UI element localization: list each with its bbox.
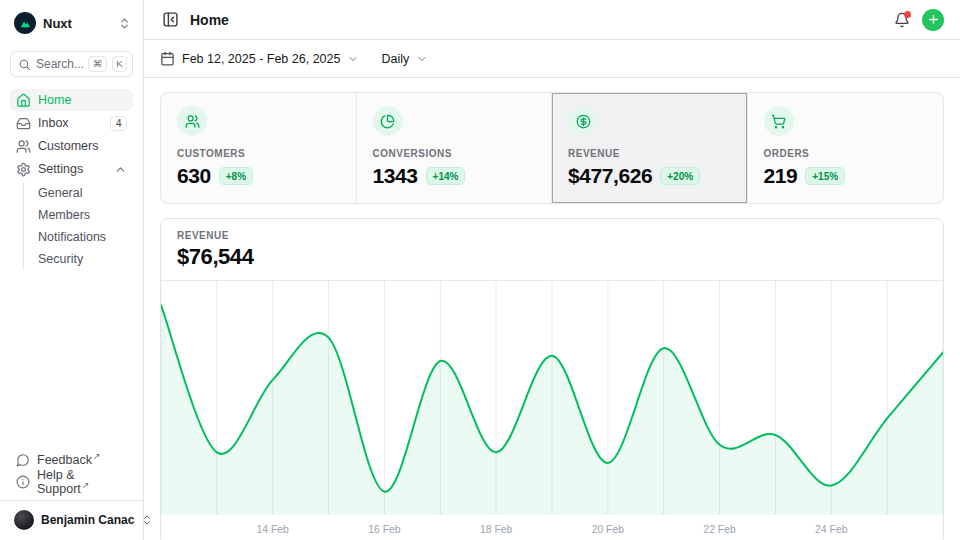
chevron-up-icon	[114, 163, 127, 176]
svg-text:18 Feb: 18 Feb	[480, 524, 513, 535]
notifications-button[interactable]	[894, 12, 910, 28]
feedback-label: Feedback↗	[37, 453, 100, 467]
sidebar-item-customers[interactable]: Customers	[10, 135, 133, 157]
add-button[interactable]	[922, 9, 944, 31]
calendar-icon	[160, 51, 175, 66]
stat-card-conversions[interactable]: CONVERSIONS 1343 +14%	[357, 93, 553, 203]
svg-text:16 Feb: 16 Feb	[368, 524, 401, 535]
settings-submenu: General Members Notifications Security	[23, 182, 133, 270]
inbox-icon	[16, 116, 31, 131]
svg-text:22 Feb: 22 Feb	[703, 524, 736, 535]
sidebar-item-settings[interactable]: Settings	[10, 158, 133, 180]
date-range-picker[interactable]: Feb 12, 2025 - Feb 26, 2025	[160, 51, 359, 66]
chevrons-up-down-icon	[118, 17, 131, 30]
search-field[interactable]: ⌘ K	[10, 51, 133, 77]
sidebar-collapse-button[interactable]	[160, 9, 181, 30]
inbox-count-badge: 4	[110, 116, 127, 131]
chevron-down-icon	[347, 53, 359, 65]
nuxt-logo-icon	[14, 12, 36, 34]
sidebar-item-label: Settings	[38, 162, 83, 176]
avatar	[14, 510, 34, 530]
page-title: Home	[190, 12, 229, 28]
kbd-command: ⌘	[88, 56, 107, 73]
help-support-label: Help & Support↗	[37, 468, 127, 496]
stat-change-badge: +15%	[805, 167, 845, 185]
granularity-value: Daily	[381, 52, 409, 66]
content: CUSTOMERS 630 +8% CONVERSIONS 1343 +14%	[144, 78, 960, 540]
message-bubble-icon	[16, 453, 30, 467]
top-header: Home	[144, 0, 960, 40]
plus-icon	[927, 13, 940, 26]
users-icon	[16, 139, 31, 154]
user-menu[interactable]: Benjamin Canac	[10, 508, 133, 532]
sidebar-item-label: Customers	[38, 139, 98, 153]
date-range-value: Feb 12, 2025 - Feb 26, 2025	[182, 52, 340, 66]
workspace-name: Nuxt	[43, 16, 111, 31]
stat-change-badge: +8%	[219, 167, 253, 185]
kbd-k: K	[112, 56, 127, 73]
stat-card-orders[interactable]: ORDERS 219 +15%	[748, 93, 944, 203]
svg-text:20 Feb: 20 Feb	[592, 524, 625, 535]
dashboard-app: Nuxt ⌘ K Home Inb	[0, 0, 960, 540]
search-input[interactable]	[36, 57, 83, 71]
filter-toolbar: Feb 12, 2025 - Feb 26, 2025 Daily	[144, 40, 960, 78]
workspace-switcher[interactable]: Nuxt	[10, 10, 133, 36]
stat-value: 219	[764, 164, 798, 188]
stat-change-badge: +14%	[426, 167, 466, 185]
svg-text:24 Feb: 24 Feb	[815, 524, 848, 535]
search-icon	[18, 58, 31, 71]
sidebar-nav: Home Inbox 4 Customers Settings	[10, 89, 133, 272]
stat-value: 1343	[373, 164, 418, 188]
sidebar-item-home[interactable]: Home	[10, 89, 133, 111]
chevron-down-icon	[416, 53, 428, 65]
sidebar-item-label: Home	[38, 93, 71, 107]
chart-metric-value: $76,544	[177, 244, 927, 270]
stat-label: REVENUE	[568, 148, 731, 159]
sidebar-user-section: Benjamin Canac	[0, 500, 143, 534]
sidebar-subitem-members[interactable]: Members	[24, 204, 133, 226]
sidebar-item-inbox[interactable]: Inbox 4	[10, 112, 133, 134]
sidebar-item-label: Inbox	[38, 116, 69, 130]
stat-value: $477,626	[568, 164, 652, 188]
info-circle-icon	[16, 475, 30, 489]
sidebar: Nuxt ⌘ K Home Inb	[0, 0, 144, 540]
stat-card-revenue[interactable]: REVENUE $477,626 +20%	[552, 93, 748, 203]
home-icon	[16, 93, 31, 108]
main-area: Home Fe	[144, 0, 960, 540]
external-link-arrow: ↗	[82, 480, 90, 490]
shopping-cart-icon	[764, 106, 794, 136]
external-link-arrow: ↗	[93, 451, 101, 461]
gear-icon	[16, 162, 31, 177]
chart-header: REVENUE $76,544	[161, 219, 943, 281]
stat-card-customers[interactable]: CUSTOMERS 630 +8%	[161, 93, 357, 203]
revenue-area-chart[interactable]: 14 Feb16 Feb18 Feb20 Feb22 Feb24 Feb	[161, 281, 943, 540]
pie-chart-icon	[373, 106, 403, 136]
stat-value: 630	[177, 164, 211, 188]
stat-change-badge: +20%	[660, 167, 700, 185]
users-icon	[177, 106, 207, 136]
dollar-circle-icon	[568, 106, 598, 136]
revenue-chart-card: REVENUE $76,544 14 Feb16 Feb18 Feb20 Feb…	[160, 218, 944, 540]
stat-label: CONVERSIONS	[373, 148, 536, 159]
stat-label: CUSTOMERS	[177, 148, 340, 159]
panel-left-close-icon	[162, 11, 179, 28]
svg-text:14 Feb: 14 Feb	[257, 524, 290, 535]
help-support-link[interactable]: Help & Support↗	[10, 471, 133, 493]
stats-panel: CUSTOMERS 630 +8% CONVERSIONS 1343 +14%	[160, 92, 944, 204]
sidebar-subitem-notifications[interactable]: Notifications	[24, 226, 133, 248]
granularity-select[interactable]: Daily	[381, 52, 428, 66]
stat-label: ORDERS	[764, 148, 928, 159]
sidebar-subitem-general[interactable]: General	[24, 182, 133, 204]
notification-dot	[904, 11, 911, 18]
chart-metric-label: REVENUE	[177, 230, 927, 241]
sidebar-subitem-security[interactable]: Security	[24, 248, 133, 270]
user-name: Benjamin Canac	[41, 513, 134, 527]
sidebar-footer: Feedback↗ Help & Support↗ Benjamin Canac	[10, 449, 133, 534]
